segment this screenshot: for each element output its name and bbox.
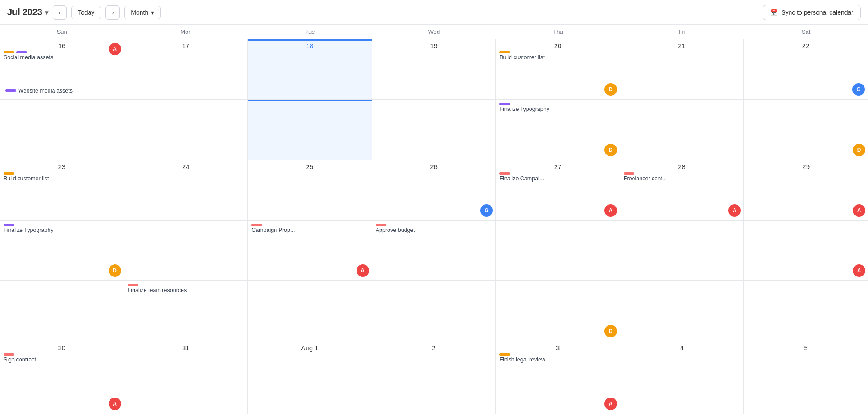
day-cell-empty[interactable] bbox=[124, 100, 248, 160]
weeks-container: 16 Social media assets A 17 18 19 bbox=[0, 39, 868, 414]
event-bar bbox=[376, 224, 492, 226]
day-cell-23[interactable]: 23 Build customer list bbox=[0, 160, 124, 220]
avatar: A bbox=[604, 398, 617, 410]
avatar: D bbox=[109, 264, 121, 277]
color-pill bbox=[128, 284, 138, 286]
day-number: Aug 1 bbox=[251, 344, 368, 352]
finalize-typography-label: Finalize Typography bbox=[499, 106, 616, 112]
day-cell-empty[interactable]: D bbox=[496, 281, 620, 341]
day-cell-25[interactable]: 25 bbox=[248, 160, 372, 220]
day-cell-20-lower[interactable]: Finalize Typography D bbox=[496, 100, 620, 160]
day-cell-empty[interactable] bbox=[744, 281, 868, 341]
color-pill bbox=[624, 172, 634, 175]
color-pill bbox=[5, 89, 16, 92]
color-pill bbox=[499, 103, 510, 105]
day-cell-aug5[interactable]: 5 bbox=[744, 341, 868, 414]
finalize-team-resources-label: Finalize team resources bbox=[128, 287, 244, 293]
day-cell-empty[interactable] bbox=[248, 281, 372, 341]
day-cell-24[interactable]: 24 bbox=[124, 160, 248, 220]
day-cell-24-lower[interactable] bbox=[124, 221, 248, 281]
prev-month-button[interactable]: ‹ bbox=[53, 5, 67, 20]
week-row-3b: Finalize Typography D Campaign Prop... A… bbox=[0, 221, 868, 281]
event-label: Finalize Campai... bbox=[499, 175, 616, 182]
color-pill-2 bbox=[16, 51, 27, 53]
view-selector[interactable]: Month ▾ bbox=[124, 6, 161, 19]
today-button[interactable]: Today bbox=[71, 6, 101, 19]
day-cell-aug1[interactable]: Aug 1 bbox=[248, 341, 372, 414]
day-cell-empty[interactable] bbox=[0, 281, 124, 341]
day-cell-26-lower[interactable]: Approve budget bbox=[372, 221, 496, 281]
avatar: A bbox=[109, 398, 121, 410]
day-cell-27-lower[interactable] bbox=[496, 221, 620, 281]
day-cell-empty[interactable] bbox=[620, 100, 744, 160]
week-row-4: 30 Sign contract A 31 Aug 1 2 3 bbox=[0, 341, 868, 414]
event-bar bbox=[499, 353, 616, 356]
day-cell-31[interactable]: 31 bbox=[124, 341, 248, 414]
event-bar bbox=[499, 51, 616, 53]
event-bar bbox=[4, 172, 120, 175]
day-number: 31 bbox=[128, 344, 244, 352]
day-number: 16 bbox=[4, 42, 120, 49]
week-row-2: Finalize Typography D D bbox=[0, 100, 868, 160]
day-cell-29[interactable]: 29 A bbox=[744, 160, 868, 220]
avatar: A bbox=[604, 204, 617, 217]
event-label: Build customer list bbox=[4, 175, 120, 182]
day-cell-29-lower[interactable]: A bbox=[744, 221, 868, 281]
day-cell-25-lower[interactable]: Campaign Prop... A bbox=[248, 221, 372, 281]
spanning-event-row: Website media assets bbox=[0, 87, 868, 95]
day-number: 29 bbox=[747, 163, 864, 170]
event-bar bbox=[499, 103, 616, 105]
view-label: Month bbox=[131, 9, 148, 16]
day-header-mon: Mon bbox=[124, 25, 248, 39]
avatar: A bbox=[728, 204, 741, 217]
day-cell-28-lower[interactable] bbox=[620, 221, 744, 281]
day-cell-26[interactable]: 26 G bbox=[372, 160, 496, 220]
approve-budget-label: Approve budget bbox=[376, 227, 492, 233]
color-pill bbox=[4, 353, 14, 356]
color-pill bbox=[499, 51, 510, 53]
day-cell-finalize-team[interactable]: Finalize team resources bbox=[124, 281, 248, 341]
day-cell-28[interactable]: 28 Freelancer cont... A bbox=[620, 160, 744, 220]
avatar: D bbox=[604, 325, 617, 337]
chevron-down-icon: ▾ bbox=[45, 9, 48, 16]
website-media-assets-event[interactable]: Website media assets bbox=[2, 87, 866, 95]
sign-contract-label: Sign contract bbox=[4, 357, 120, 363]
color-pill bbox=[251, 224, 262, 226]
day-header-thu: Thu bbox=[496, 25, 620, 39]
calendar-grid: Sun Mon Tue Wed Thu Fri Sat 16 Social me… bbox=[0, 25, 868, 414]
finalize-typography-label: Finalize Typography bbox=[4, 227, 120, 233]
event-label: Freelancer cont... bbox=[624, 175, 740, 182]
event-bar bbox=[4, 51, 120, 53]
day-cell-30[interactable]: 30 Sign contract A bbox=[0, 341, 124, 414]
event-bar bbox=[251, 224, 368, 226]
event-label: Website media assets bbox=[18, 88, 73, 94]
day-cell-27[interactable]: 27 Finalize Campai... A bbox=[496, 160, 620, 220]
day-cell-empty-today[interactable] bbox=[248, 100, 372, 160]
day-cell-empty[interactable] bbox=[620, 281, 744, 341]
sync-button[interactable]: 📅 Sync to personal calendar bbox=[763, 5, 861, 20]
day-number: 26 bbox=[376, 163, 492, 170]
event-label: Social media assets bbox=[4, 54, 120, 61]
month-title[interactable]: Jul 2023 ▾ bbox=[7, 7, 48, 17]
day-cell-aug4[interactable]: 4 bbox=[620, 341, 744, 414]
event-label: Build customer list bbox=[499, 54, 616, 61]
color-pill bbox=[4, 172, 14, 175]
day-cell-aug3[interactable]: 3 Finish legal review A bbox=[496, 341, 620, 414]
next-month-button[interactable]: › bbox=[105, 5, 120, 20]
day-number: 4 bbox=[624, 344, 740, 352]
day-cell-aug2[interactable]: 2 bbox=[372, 341, 496, 414]
color-pill bbox=[4, 51, 14, 53]
avatar: G bbox=[480, 204, 493, 217]
finish-legal-review-label: Finish legal review bbox=[499, 357, 616, 363]
avatar: D bbox=[853, 144, 865, 156]
day-number: 2 bbox=[376, 344, 492, 352]
week-row-3c: Finalize team resources D bbox=[0, 281, 868, 341]
day-cell-empty[interactable] bbox=[0, 100, 124, 160]
day-cell-empty[interactable] bbox=[372, 100, 496, 160]
day-cell-empty[interactable]: D bbox=[744, 100, 868, 160]
day-number: 30 bbox=[4, 344, 120, 352]
day-cell-empty[interactable] bbox=[372, 281, 496, 341]
day-cell-23-lower[interactable]: Finalize Typography D bbox=[0, 221, 124, 281]
day-header-sun: Sun bbox=[0, 25, 124, 39]
campaign-prop-label: Campaign Prop... bbox=[251, 227, 368, 233]
